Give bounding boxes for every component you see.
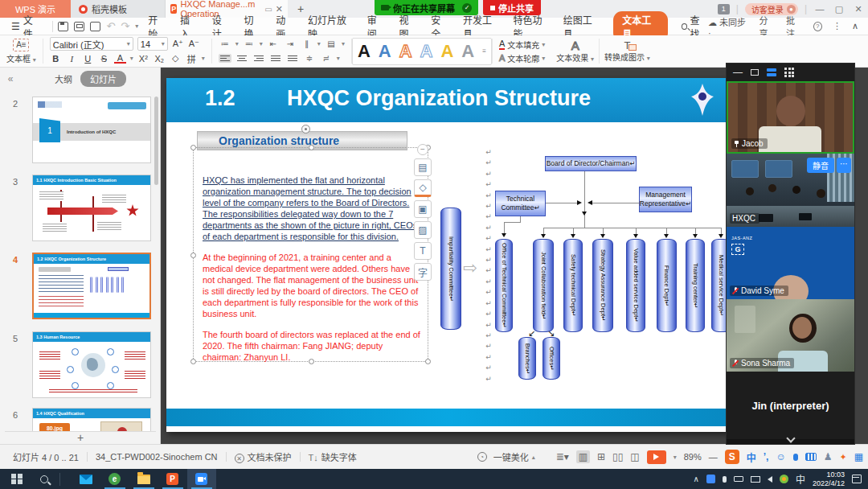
- org-cylinder-safety-technical[interactable]: Safety technical Dept↵: [563, 239, 583, 332]
- shrink-font-button[interactable]: A⁻: [188, 39, 200, 49]
- tray-app-icon[interactable]: [706, 475, 715, 483]
- slide-thumbnail-2[interactable]: 1 Introduction of HXQC: [32, 97, 151, 163]
- ime-keyboard-icon[interactable]: [805, 453, 817, 461]
- columns-icon[interactable]: ∥: [301, 39, 313, 48]
- wordart-scroll-icon[interactable]: ≡: [482, 47, 486, 55]
- save-icon[interactable]: [58, 22, 68, 31]
- org-cylinder-joint-collaboration[interactable]: Joint Collaboration field↵: [533, 239, 554, 332]
- sidebar-scrollbar[interactable]: [154, 97, 158, 185]
- text-fill-button[interactable]: A 文本填充▾: [499, 38, 545, 51]
- font-name-select[interactable]: Calibri (正文)▾: [50, 37, 133, 51]
- print-icon[interactable]: [74, 22, 84, 31]
- outdent-icon[interactable]: ⇤: [267, 39, 280, 48]
- quick-access-more-icon[interactable]: ▾: [135, 23, 138, 30]
- sync-status[interactable]: ☁ 未同步 ·: [708, 15, 748, 38]
- brush-icon[interactable]: ▨: [414, 221, 432, 239]
- slideshow-play-button[interactable]: [647, 450, 666, 464]
- convert-diagram-button[interactable]: T 转换成图示 ▾: [600, 35, 655, 67]
- wordart-style-yellow[interactable]: A: [440, 41, 453, 62]
- org-cylinder-offices[interactable]: Offices↵: [542, 337, 560, 380]
- grow-font-button[interactable]: A⁺: [172, 39, 184, 49]
- font-color-dropdown-icon[interactable]: ▾: [130, 55, 133, 62]
- resize-handle[interactable]: [190, 359, 196, 364]
- justify-icon[interactable]: [269, 54, 282, 63]
- normal-view-icon-active[interactable]: ▥: [576, 450, 590, 463]
- pinyin-button[interactable]: 拼: [186, 52, 198, 65]
- play-dropdown-icon[interactable]: ▾: [674, 454, 677, 461]
- org-box-management-representative[interactable]: Management Representative↵: [639, 187, 692, 212]
- taskbar-wps-app[interactable]: P: [158, 469, 187, 489]
- notes-view-icon[interactable]: ≣▾: [556, 451, 569, 462]
- ime-punctuation-icon[interactable]: ’,: [764, 451, 769, 462]
- wordart-style-orange-outline[interactable]: A: [399, 41, 412, 62]
- add-slide-button[interactable]: +: [71, 431, 90, 444]
- layers-icon[interactable]: ▤: [414, 158, 432, 176]
- resize-handle[interactable]: [425, 359, 431, 364]
- minimize-button[interactable]: —: [813, 4, 826, 14]
- ime-grid-icon[interactable]: ▦: [854, 451, 863, 462]
- redo-icon[interactable]: ↷: [121, 20, 129, 32]
- org-cylinder-branches[interactable]: Branches↵: [518, 337, 536, 380]
- read-view-icon[interactable]: ▯▯: [612, 451, 623, 462]
- rotate-handle[interactable]: [301, 125, 310, 134]
- taskbar-mail-app[interactable]: [72, 469, 100, 489]
- wordart-style-gray[interactable]: A: [461, 41, 474, 62]
- slide-thumbnail-5[interactable]: 1.3 Human Resource: [32, 331, 151, 398]
- align-left-icon-active[interactable]: [219, 54, 231, 63]
- sogou-ime-icon[interactable]: S: [725, 450, 739, 464]
- help-icon[interactable]: ?: [813, 22, 822, 31]
- protection-status[interactable]: ✕文档未保护: [235, 450, 292, 464]
- mute-button[interactable]: 静音: [807, 158, 834, 173]
- video-tile-david[interactable]: JAS-ANZ G David Syme: [727, 227, 854, 299]
- org-cylinder-value-added-service[interactable]: Value added service Dept↵: [626, 239, 645, 332]
- video-tile-jin[interactable]: Jin (interpreter): [727, 372, 854, 439]
- tray-battery-icon[interactable]: [734, 476, 743, 482]
- zoom-level[interactable]: 89%: [684, 452, 702, 462]
- org-cylinder-training-center[interactable]: Training center↵: [686, 239, 705, 332]
- more-options-button[interactable]: ⋯: [837, 158, 851, 173]
- slide-sorter-icon[interactable]: ⊞: [597, 451, 605, 462]
- tray-expand-icon[interactable]: ∧: [694, 475, 699, 483]
- more-icon[interactable]: ⋮: [833, 21, 841, 31]
- italic-button[interactable]: I: [66, 54, 78, 64]
- wordart-style-black[interactable]: A: [358, 41, 371, 62]
- minimize-panel-icon[interactable]: —: [733, 69, 743, 76]
- slide-4[interactable]: 1.2 HXQC Organization Structure Organiza…: [166, 78, 729, 432]
- distribute-icon[interactable]: [286, 54, 299, 63]
- org-box-board[interactable]: Board of Director/Chairman↵: [545, 156, 637, 171]
- ime-skin-icon[interactable]: ♟: [824, 451, 833, 462]
- undo-icon[interactable]: ↶: [106, 20, 115, 32]
- gallery-view-icon[interactable]: [784, 68, 794, 77]
- tab-slides-active[interactable]: 幻灯片: [80, 71, 126, 87]
- org-cylinder-finance[interactable]: Finance Dept↵: [657, 239, 677, 332]
- slide-thumbnail-6[interactable]: 1.4 HXQC Qualification 80.jpg: [32, 408, 151, 431]
- window-view-icon[interactable]: [751, 69, 759, 76]
- text-outline-button[interactable]: A 文本轮廓▾: [499, 51, 545, 65]
- subscript-button[interactable]: X₂: [154, 54, 166, 64]
- speaker-view-icon-active[interactable]: [767, 68, 776, 76]
- taskbar-explorer-app[interactable]: [129, 469, 158, 489]
- bold-button[interactable]: B: [50, 54, 62, 64]
- tray-mic-icon[interactable]: [723, 476, 727, 483]
- ime-mic-icon[interactable]: [793, 454, 798, 461]
- wordart-style-blue[interactable]: A: [379, 41, 391, 62]
- preview-icon[interactable]: [90, 22, 100, 31]
- org-box-technical-committee[interactable]: Technical Committee↵: [495, 191, 546, 216]
- video-tile-hxqc[interactable]: 静音 ⋯ HXQC: [727, 154, 854, 227]
- collapse-toolbar-icon[interactable]: −: [417, 144, 428, 155]
- tray-speaker-icon[interactable]: [768, 476, 772, 483]
- org-cylinder-office-technical-committee[interactable]: Office of Technical Committee↵: [495, 239, 513, 332]
- align-center-icon[interactable]: [235, 54, 248, 63]
- resize-handle[interactable]: [190, 253, 196, 258]
- missing-font-status[interactable]: T↓缺失字体: [309, 450, 357, 463]
- tray-display-icon[interactable]: [751, 476, 760, 483]
- taskbar-clock[interactable]: 10:03 2022/4/12: [813, 471, 845, 488]
- font-size-select[interactable]: 14▾: [137, 37, 168, 51]
- start-button[interactable]: [11, 474, 23, 485]
- indent-icon[interactable]: ⇥: [284, 39, 297, 48]
- wordart-style-blue-outline[interactable]: A: [420, 41, 433, 62]
- slide-body-text[interactable]: HXQC has implemented the flat and horizo…: [203, 175, 421, 363]
- ime-toolbox-icon[interactable]: ✦: [839, 452, 846, 462]
- frame-icon[interactable]: ▣: [414, 200, 432, 218]
- collapse-ribbon-icon[interactable]: ∧: [852, 21, 858, 31]
